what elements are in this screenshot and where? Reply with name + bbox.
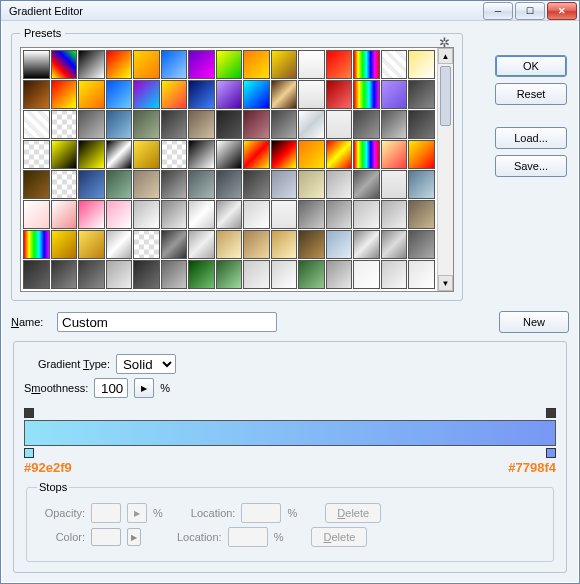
preset-swatch[interactable] <box>133 140 160 169</box>
preset-swatch[interactable] <box>326 260 353 289</box>
preset-swatch[interactable] <box>271 230 298 259</box>
preset-swatch[interactable] <box>51 140 78 169</box>
preset-swatch[interactable] <box>381 200 408 229</box>
scroll-down-icon[interactable]: ▼ <box>438 275 453 291</box>
preset-swatch[interactable] <box>23 110 50 139</box>
preset-swatch[interactable] <box>23 260 50 289</box>
preset-swatch[interactable] <box>298 200 325 229</box>
preset-swatch[interactable] <box>51 260 78 289</box>
preset-swatch[interactable] <box>271 260 298 289</box>
preset-swatch[interactable] <box>271 80 298 109</box>
preset-swatch[interactable] <box>243 260 270 289</box>
preset-swatch[interactable] <box>133 200 160 229</box>
preset-swatch[interactable] <box>188 170 215 199</box>
preset-swatch[interactable] <box>161 140 188 169</box>
smoothness-stepper[interactable]: ▶ <box>134 378 154 398</box>
preset-swatch[interactable] <box>51 170 78 199</box>
preset-swatch[interactable] <box>78 260 105 289</box>
preset-swatch[interactable] <box>216 230 243 259</box>
color-stop-track[interactable] <box>24 446 556 458</box>
preset-swatch[interactable] <box>216 110 243 139</box>
preset-swatch[interactable] <box>78 200 105 229</box>
preset-swatch[interactable] <box>216 80 243 109</box>
preset-swatch[interactable] <box>353 260 380 289</box>
preset-swatch[interactable] <box>188 80 215 109</box>
preset-swatch[interactable] <box>216 260 243 289</box>
preset-swatch[interactable] <box>271 110 298 139</box>
preset-swatch[interactable] <box>353 110 380 139</box>
preset-swatch[interactable] <box>381 50 408 79</box>
ok-button[interactable]: OK <box>495 55 567 77</box>
preset-swatch[interactable] <box>326 50 353 79</box>
preset-swatch[interactable] <box>133 230 160 259</box>
minimize-button[interactable]: ─ <box>483 2 513 20</box>
preset-swatch[interactable] <box>408 200 435 229</box>
preset-swatch[interactable] <box>78 80 105 109</box>
close-button[interactable]: ✕ <box>547 2 577 20</box>
preset-swatch[interactable] <box>188 230 215 259</box>
preset-swatch[interactable] <box>78 170 105 199</box>
preset-swatch[interactable] <box>381 260 408 289</box>
preset-swatch[interactable] <box>161 110 188 139</box>
preset-swatch[interactable] <box>51 110 78 139</box>
preset-swatch[interactable] <box>243 170 270 199</box>
preset-swatch[interactable] <box>381 80 408 109</box>
preset-swatch[interactable] <box>326 170 353 199</box>
name-input[interactable] <box>57 312 277 332</box>
preset-swatch[interactable] <box>216 50 243 79</box>
preset-swatch[interactable] <box>23 170 50 199</box>
opacity-stop-left[interactable] <box>24 408 34 418</box>
preset-swatch[interactable] <box>133 110 160 139</box>
preset-swatch[interactable] <box>298 80 325 109</box>
preset-swatch[interactable] <box>23 140 50 169</box>
preset-swatch[interactable] <box>23 200 50 229</box>
scroll-track[interactable] <box>438 64 453 275</box>
preset-swatch[interactable] <box>106 170 133 199</box>
preset-swatch[interactable] <box>243 230 270 259</box>
preset-swatch[interactable] <box>243 50 270 79</box>
preset-swatch[interactable] <box>298 260 325 289</box>
preset-swatch[interactable] <box>408 110 435 139</box>
preset-swatch[interactable] <box>326 140 353 169</box>
preset-swatch[interactable] <box>353 50 380 79</box>
gradient-type-select[interactable]: Solid <box>116 354 176 374</box>
preset-swatch[interactable] <box>216 170 243 199</box>
preset-swatch[interactable] <box>243 140 270 169</box>
maximize-button[interactable]: ☐ <box>515 2 545 20</box>
preset-swatch[interactable] <box>106 50 133 79</box>
preset-swatch[interactable] <box>51 80 78 109</box>
preset-swatch[interactable] <box>51 230 78 259</box>
preset-swatch[interactable] <box>51 200 78 229</box>
preset-swatch[interactable] <box>326 110 353 139</box>
smoothness-input[interactable] <box>94 378 128 398</box>
preset-swatch[interactable] <box>243 200 270 229</box>
preset-swatch[interactable] <box>408 140 435 169</box>
preset-swatch[interactable] <box>298 170 325 199</box>
preset-swatch[interactable] <box>298 140 325 169</box>
preset-swatch[interactable] <box>133 50 160 79</box>
preset-swatch[interactable] <box>161 200 188 229</box>
preset-swatch[interactable] <box>106 80 133 109</box>
color-stop-left[interactable] <box>24 448 34 458</box>
preset-swatch[interactable] <box>161 260 188 289</box>
preset-swatch[interactable] <box>78 110 105 139</box>
preset-swatch[interactable] <box>106 110 133 139</box>
preset-swatch[interactable] <box>243 80 270 109</box>
preset-swatch[interactable] <box>353 140 380 169</box>
preset-swatch[interactable] <box>51 50 78 79</box>
preset-swatch[interactable] <box>381 140 408 169</box>
preset-swatch[interactable] <box>133 260 160 289</box>
preset-swatch[interactable] <box>106 140 133 169</box>
preset-swatch[interactable] <box>78 230 105 259</box>
preset-swatch[interactable] <box>353 230 380 259</box>
preset-swatch[interactable] <box>353 170 380 199</box>
color-stop-right[interactable] <box>546 448 556 458</box>
preset-swatch[interactable] <box>23 50 50 79</box>
preset-swatch[interactable] <box>271 170 298 199</box>
new-button[interactable]: New <box>499 311 569 333</box>
preset-swatch[interactable] <box>381 170 408 199</box>
preset-swatch[interactable] <box>188 110 215 139</box>
preset-swatch[interactable] <box>161 170 188 199</box>
preset-swatch[interactable] <box>408 80 435 109</box>
preset-swatch[interactable] <box>243 110 270 139</box>
